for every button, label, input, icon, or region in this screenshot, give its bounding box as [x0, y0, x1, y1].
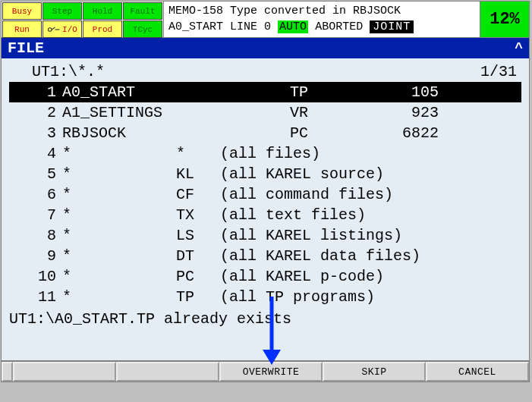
status-busy: Busy: [2, 2, 42, 20]
status-line2: A0_START LINE 0 AUTO ABORTED JOINT: [168, 19, 475, 35]
file-row[interactable]: 8*LS(all KAREL listings): [9, 225, 521, 246]
device-path: UT1:\*.*: [32, 61, 105, 82]
io-icon: [47, 24, 61, 35]
softkey-f5-cancel[interactable]: CANCEL: [426, 362, 529, 382]
softkey-f3-overwrite[interactable]: OVERWRITE: [219, 362, 323, 382]
softkey-f1[interactable]: [13, 362, 116, 382]
status-step: Step: [42, 2, 82, 20]
file-row[interactable]: 6*CF(all command files): [9, 184, 521, 205]
alarm-line1: MEMO-158 Type converted in RBJSOCK: [168, 3, 475, 19]
status-io: I/O: [42, 20, 82, 38]
status-tcyc: TCyc: [123, 20, 162, 38]
file-row[interactable]: 2A1_SETTINGSVR923: [9, 102, 521, 123]
status-prod: Prod: [83, 20, 122, 38]
file-row[interactable]: 5*KL(all KAREL source): [9, 164, 521, 184]
file-row[interactable]: 4**(all files): [9, 143, 521, 164]
softkey-f4-skip[interactable]: SKIP: [323, 362, 426, 382]
svg-point-0: [49, 27, 52, 31]
alarm-message: MEMO-158 Type converted in RBJSOCK A0_ST…: [164, 2, 480, 37]
softkey-f2[interactable]: [116, 362, 219, 382]
status-fault: Fault: [123, 2, 162, 20]
title-bar: FILE ^: [2, 38, 529, 58]
file-row[interactable]: 10*PC(all KAREL p-code): [9, 266, 521, 287]
softkey-bar: OVERWRITE SKIP CANCEL: [2, 360, 529, 382]
status-hold: Hold: [83, 2, 122, 20]
svg-line-1: [52, 27, 55, 30]
mode-auto: AUTO: [278, 20, 308, 33]
file-list: UT1:\*.* 1/31 1A0_STARTTP1052A1_SETTINGS…: [2, 58, 529, 360]
screen-title: FILE: [8, 39, 44, 57]
prompt-message: UT1:\A0_START.TP already exists: [9, 307, 521, 329]
file-row[interactable]: 7*TX(all text files): [9, 205, 521, 225]
motion-mode: JOINT: [370, 20, 414, 33]
status-run: Run: [2, 20, 42, 38]
softkey-prev[interactable]: [2, 362, 13, 382]
item-counter: 1/31: [480, 61, 517, 82]
file-row[interactable]: 3RBJSOCKPC6822: [9, 123, 521, 143]
file-row[interactable]: 11*TP(all TP programs): [9, 287, 521, 307]
file-row[interactable]: 9*DT(all KAREL data files): [9, 246, 521, 266]
caret-up-icon[interactable]: ^: [515, 41, 523, 56]
file-row[interactable]: 1A0_STARTTP105: [9, 82, 521, 102]
status-grid: Busy Step Hold Fault Run I/O Prod TCyc: [2, 2, 164, 37]
override-percent: 12%: [480, 2, 529, 37]
